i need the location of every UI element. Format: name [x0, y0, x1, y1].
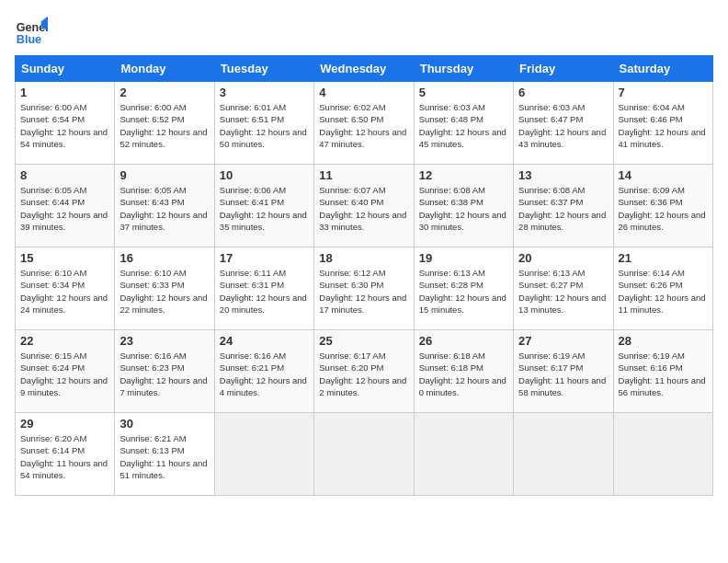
header-thursday: Thursday: [414, 56, 513, 82]
day-number: 3: [220, 86, 309, 99]
day-number: 8: [20, 168, 109, 182]
calendar-cell: 16 Sunrise: 6:10 AM Sunset: 6:33 PM Dayl…: [115, 247, 214, 330]
day-info: Sunrise: 6:05 AM Sunset: 6:43 PM Dayligh…: [119, 184, 209, 233]
day-info: Sunrise: 6:05 AM Sunset: 6:44 PM Dayligh…: [20, 184, 109, 233]
calendar-cell: 18 Sunrise: 6:12 AM Sunset: 6:30 PM Dayl…: [314, 247, 414, 330]
day-info: Sunrise: 6:06 AM Sunset: 6:41 PM Dayligh…: [220, 184, 309, 233]
day-info: Sunrise: 6:20 AM Sunset: 6:14 PM Dayligh…: [20, 432, 109, 481]
calendar-cell: 10 Sunrise: 6:06 AM Sunset: 6:41 PM Dayl…: [214, 165, 313, 247]
calendar-cell: 4 Sunrise: 6:02 AM Sunset: 6:50 PM Dayli…: [314, 82, 414, 165]
day-info: Sunrise: 6:09 AM Sunset: 6:36 PM Dayligh…: [619, 184, 708, 233]
day-number: 16: [119, 251, 209, 265]
calendar-cell: 28 Sunrise: 6:19 AM Sunset: 6:16 PM Dayl…: [613, 330, 712, 413]
calendar-cell: 26 Sunrise: 6:18 AM Sunset: 6:18 PM Dayl…: [414, 330, 513, 413]
day-number: 5: [419, 86, 508, 99]
day-number: 12: [419, 168, 508, 182]
day-number: 10: [220, 168, 309, 182]
calendar-cell: [214, 413, 313, 496]
day-number: 24: [220, 334, 309, 348]
svg-text:Blue: Blue: [17, 33, 41, 46]
day-info: Sunrise: 6:01 AM Sunset: 6:51 PM Dayligh…: [220, 101, 309, 150]
day-number: 7: [619, 86, 708, 99]
calendar-cell: 13 Sunrise: 6:08 AM Sunset: 6:37 PM Dayl…: [514, 165, 613, 247]
calendar-table: SundayMondayTuesdayWednesdayThursdayFrid…: [15, 55, 713, 496]
calendar-cell: 23 Sunrise: 6:16 AM Sunset: 6:23 PM Dayl…: [115, 330, 214, 413]
day-number: 27: [518, 334, 608, 348]
day-info: Sunrise: 6:12 AM Sunset: 6:30 PM Dayligh…: [319, 267, 408, 316]
calendar-cell: [514, 413, 613, 496]
calendar-cell: 22 Sunrise: 6:15 AM Sunset: 6:24 PM Dayl…: [16, 330, 115, 413]
calendar-cell: 11 Sunrise: 6:07 AM Sunset: 6:40 PM Dayl…: [314, 165, 414, 247]
day-number: 25: [319, 334, 408, 348]
logo-icon: General Blue: [15, 15, 48, 48]
calendar-cell: 1 Sunrise: 6:00 AM Sunset: 6:54 PM Dayli…: [16, 82, 115, 165]
calendar-cell: 8 Sunrise: 6:05 AM Sunset: 6:44 PM Dayli…: [16, 165, 115, 247]
day-info: Sunrise: 6:11 AM Sunset: 6:31 PM Dayligh…: [220, 267, 309, 316]
calendar-week-row: 15 Sunrise: 6:10 AM Sunset: 6:34 PM Dayl…: [16, 247, 713, 330]
calendar-cell: 29 Sunrise: 6:20 AM Sunset: 6:14 PM Dayl…: [16, 413, 115, 496]
day-info: Sunrise: 6:03 AM Sunset: 6:47 PM Dayligh…: [518, 101, 608, 150]
calendar-cell: 3 Sunrise: 6:01 AM Sunset: 6:51 PM Dayli…: [214, 82, 313, 165]
day-info: Sunrise: 6:08 AM Sunset: 6:37 PM Dayligh…: [518, 184, 608, 233]
calendar-cell: 20 Sunrise: 6:13 AM Sunset: 6:27 PM Dayl…: [514, 247, 613, 330]
calendar-header-row: SundayMondayTuesdayWednesdayThursdayFrid…: [16, 56, 713, 82]
day-number: 28: [619, 334, 708, 348]
day-info: Sunrise: 6:00 AM Sunset: 6:54 PM Dayligh…: [20, 101, 109, 150]
day-info: Sunrise: 6:14 AM Sunset: 6:26 PM Dayligh…: [619, 267, 708, 316]
calendar-week-row: 22 Sunrise: 6:15 AM Sunset: 6:24 PM Dayl…: [16, 330, 713, 413]
calendar-cell: 19 Sunrise: 6:13 AM Sunset: 6:28 PM Dayl…: [414, 247, 513, 330]
calendar-week-row: 1 Sunrise: 6:00 AM Sunset: 6:54 PM Dayli…: [16, 82, 713, 165]
day-number: 9: [119, 168, 209, 182]
header-wednesday: Wednesday: [314, 56, 414, 82]
day-info: Sunrise: 6:17 AM Sunset: 6:20 PM Dayligh…: [319, 350, 408, 398]
day-number: 30: [119, 417, 209, 431]
day-number: 6: [518, 86, 608, 99]
calendar-week-row: 8 Sunrise: 6:05 AM Sunset: 6:44 PM Dayli…: [16, 165, 713, 247]
day-info: Sunrise: 6:08 AM Sunset: 6:38 PM Dayligh…: [419, 184, 508, 233]
day-number: 19: [419, 251, 508, 265]
day-info: Sunrise: 6:13 AM Sunset: 6:27 PM Dayligh…: [518, 267, 608, 316]
day-number: 15: [20, 251, 109, 265]
day-info: Sunrise: 6:19 AM Sunset: 6:16 PM Dayligh…: [619, 350, 708, 398]
day-number: 14: [619, 168, 708, 182]
day-info: Sunrise: 6:18 AM Sunset: 6:18 PM Dayligh…: [419, 350, 508, 398]
day-number: 22: [20, 334, 109, 348]
calendar-cell: 25 Sunrise: 6:17 AM Sunset: 6:20 PM Dayl…: [314, 330, 414, 413]
day-info: Sunrise: 6:15 AM Sunset: 6:24 PM Dayligh…: [20, 350, 109, 398]
day-number: 1: [20, 86, 109, 99]
calendar-cell: 17 Sunrise: 6:11 AM Sunset: 6:31 PM Dayl…: [214, 247, 313, 330]
calendar-cell: 6 Sunrise: 6:03 AM Sunset: 6:47 PM Dayli…: [514, 82, 613, 165]
day-number: 11: [319, 168, 408, 182]
day-info: Sunrise: 6:07 AM Sunset: 6:40 PM Dayligh…: [319, 184, 408, 233]
day-info: Sunrise: 6:16 AM Sunset: 6:21 PM Dayligh…: [220, 350, 309, 398]
day-number: 20: [518, 251, 608, 265]
header-friday: Friday: [514, 56, 613, 82]
calendar-cell: 21 Sunrise: 6:14 AM Sunset: 6:26 PM Dayl…: [613, 247, 712, 330]
calendar-cell: [314, 413, 414, 496]
day-info: Sunrise: 6:13 AM Sunset: 6:28 PM Dayligh…: [419, 267, 508, 316]
day-number: 26: [419, 334, 508, 348]
calendar-cell: [414, 413, 513, 496]
calendar-cell: 24 Sunrise: 6:16 AM Sunset: 6:21 PM Dayl…: [214, 330, 313, 413]
day-number: 21: [619, 251, 708, 265]
day-info: Sunrise: 6:02 AM Sunset: 6:50 PM Dayligh…: [319, 101, 408, 150]
day-number: 13: [518, 168, 608, 182]
logo: General Blue: [15, 15, 48, 48]
day-info: Sunrise: 6:21 AM Sunset: 6:13 PM Dayligh…: [119, 432, 209, 481]
calendar-cell: 15 Sunrise: 6:10 AM Sunset: 6:34 PM Dayl…: [16, 247, 115, 330]
calendar-cell: 2 Sunrise: 6:00 AM Sunset: 6:52 PM Dayli…: [115, 82, 214, 165]
header-tuesday: Tuesday: [214, 56, 313, 82]
calendar-cell: 5 Sunrise: 6:03 AM Sunset: 6:48 PM Dayli…: [414, 82, 513, 165]
calendar-week-row: 29 Sunrise: 6:20 AM Sunset: 6:14 PM Dayl…: [16, 413, 713, 496]
day-info: Sunrise: 6:16 AM Sunset: 6:23 PM Dayligh…: [119, 350, 209, 398]
day-number: 23: [119, 334, 209, 348]
calendar-cell: [613, 413, 712, 496]
page-header: General Blue: [15, 15, 713, 48]
calendar-cell: 9 Sunrise: 6:05 AM Sunset: 6:43 PM Dayli…: [115, 165, 214, 247]
header-monday: Monday: [115, 56, 214, 82]
calendar-cell: 14 Sunrise: 6:09 AM Sunset: 6:36 PM Dayl…: [613, 165, 712, 247]
day-info: Sunrise: 6:03 AM Sunset: 6:48 PM Dayligh…: [419, 101, 508, 150]
day-number: 18: [319, 251, 408, 265]
calendar-cell: 27 Sunrise: 6:19 AM Sunset: 6:17 PM Dayl…: [514, 330, 613, 413]
calendar-cell: 30 Sunrise: 6:21 AM Sunset: 6:13 PM Dayl…: [115, 413, 214, 496]
